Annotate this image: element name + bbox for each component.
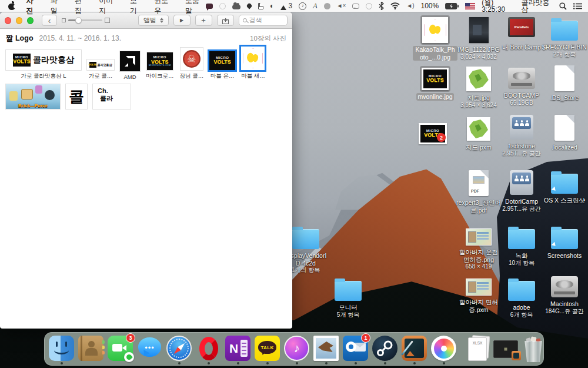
add-button[interactable]: + [195,15,212,26]
desktop-icon-1sdrstone[interactable]: 1sdrstone 2.95T...유 공간 [499,113,544,157]
desktop-icon-bootcamp-drive[interactable]: BOOTCAMP 65.19GB [499,66,544,107]
wifi-icon[interactable] [390,2,400,9]
photo-thumb-amd[interactable]: AMD [120,51,140,80]
dock-steam[interactable] [372,336,397,364]
photo-thumb-skull[interactable]: ☠ 장님 콜… [180,48,204,80]
notification-center-icon[interactable] [573,3,582,9]
photo-thumb-brickforce[interactable]: Brick—Force [6,84,60,109]
dock-contacts[interactable] [78,336,103,364]
dock-itunes[interactable]: ♪ [284,336,309,364]
desktop-icon-rexpert-pdf[interactable]: PDF rexpert3_장인어른.pdf [456,168,501,214]
contrast-icon[interactable]: ◐ [270,2,274,9]
alias-folder-icon [551,229,578,249]
dock-xlsx-documents[interactable]: XLSX [468,336,489,364]
photo-thumb-ch-cola[interactable]: Ch. 콜라 [93,84,131,109]
close-button[interactable] [5,17,11,24]
desktop-icon-osx-screenshot[interactable]: OS X 스크린샷 [542,168,587,204]
desktop-icon-dotoricamp[interactable]: DotoriCamp 2.95T...유 공간 [499,168,544,213]
dock-finder[interactable] [49,336,74,364]
menu-image[interactable]: 이미지 [99,0,119,16]
location-pin-icon[interactable] [247,4,252,8]
mute-speaker-icon[interactable]: ◄× [337,3,346,9]
folder-icon [335,281,362,301]
running-indicator [266,362,269,364]
spotlight-icon[interactable] [559,2,567,10]
desktop-icon-recycle-bin[interactable]: $RECYCLE.BIN 2개 항목 [542,15,587,58]
desktop-icon-nokhwa[interactable]: 녹화 10개 항목 [499,224,544,267]
menu-bar: 사진 파일 편집 이미지 보기 윈도우 도움말 ◐ 3 ♪ A ◄× ◄) 10… [0,0,588,12]
dock-trash[interactable] [522,336,544,364]
menu-edit[interactable]: 편집 [75,0,88,16]
dock-opera[interactable] [196,336,221,364]
apple-menu-icon[interactable] [8,2,16,10]
circle-outline-icon[interactable] [219,3,226,9]
menu-app-name[interactable]: 사진 [26,0,40,16]
dock-messages[interactable]: ••• [137,336,162,364]
network-drive-icon [510,170,533,195]
photo-thumb-cola-small[interactable]: VOLTS 콜라맛홍삼 가로 콜… [87,59,114,80]
photo-thumb-marble-new[interactable]: 마블 새… [241,47,265,80]
dock-minimized-window[interactable] [493,336,518,364]
menu-user[interactable]: 콜라맛홍삼 [522,0,553,13]
desktop-icon-macintosh[interactable]: Macintosh 184G...유 공간 [542,274,587,315]
menu-view[interactable]: 보기 [130,0,143,16]
zoom-button[interactable] [27,17,34,24]
minimize-button[interactable] [16,17,22,24]
desktop-icon-mv-badge[interactable]: MICROVOLTS 2 [410,121,455,146]
gray-circle-icon[interactable] [324,3,330,9]
photo-thumb-marble-online[interactable]: MICROVOLTS 마블 온… [209,51,235,80]
music-circle-icon[interactable]: ♪ [299,2,306,10]
kakaotalk-menu-icon[interactable] [206,4,213,9]
keyboard-flag-icon[interactable] [465,3,475,9]
desktop-icon-kakaotalk-photo[interactable]: KakaoTalk_Photo_...0.jpg [413,15,457,61]
time-machine-icon[interactable] [366,3,372,9]
album-dropdown[interactable]: 앨범 [138,15,169,26]
bluetooth-icon[interactable] [379,2,384,10]
input-switcher-icon[interactable]: 3 [280,2,292,10]
share-button[interactable] [217,15,234,26]
desktop-icon-boot-camp[interactable]: Parallels 내 Boot Camp [499,15,544,51]
desktop-icon-jido-jpg[interactable]: 지도.jpg 3,954 × 3,624 [456,65,501,109]
play-slideshow-button[interactable]: ▶ [173,15,191,26]
desktop-icon-monitor-folder[interactable]: 모니터 5개 항목 [326,276,370,319]
desktop-icon-localized[interactable]: .localized [542,113,587,151]
desktop-icon-ds-store[interactable]: .DS_Store [542,64,587,102]
dock-facetime[interactable]: 3 [108,336,133,364]
desktop-icon-mvonline[interactable]: MICROVOLTS mvonline.jpg [413,66,457,101]
back-button[interactable]: ‹ [42,15,56,26]
dock-mail[interactable] [313,336,339,364]
dock-safari[interactable] [166,336,192,364]
alfred-icon[interactable]: A [313,2,317,9]
desktop-icon-jido-pxm[interactable]: 지도.pxm [456,115,501,151]
menu-window[interactable]: 윈도우 [154,0,175,16]
dock-photos[interactable] [431,336,456,364]
document-status-icon[interactable] [258,3,263,9]
battery-icon[interactable] [445,3,459,9]
dock-outlook[interactable]: 1 [343,336,368,364]
desktop-icon-license-pxm[interactable]: 할아버지 면허증.pxm [456,277,501,313]
thumbnail-size-slider[interactable] [62,18,110,23]
menu-file[interactable]: 파일 [51,0,64,16]
photo-thumb-microvolts[interactable]: MICROVOLTSMICROVOLTS.COM 마이크로… [146,52,174,80]
chat-bubble-outline-icon[interactable] [352,4,359,9]
id-card-image-icon [466,228,492,246]
menu-help[interactable]: 도움말 [185,0,206,16]
cloud-icon[interactable] [232,3,240,9]
moment-title[interactable]: 짤 Logo [6,34,34,44]
desktop-icon-adobe[interactable]: adobe 6개 항목 [499,276,544,319]
volume-icon[interactable]: ◄) [406,3,414,9]
small-thumb-icon [62,18,66,22]
dock-onenote[interactable]: N [225,336,250,364]
menu-clock[interactable]: (월) 3:25:30 [482,0,514,13]
search-field[interactable]: 검색 [239,15,288,26]
desktop-icon-driver-license-png[interactable]: 할아버지 운전 면허증.png 658 × 419 [456,227,501,270]
dock-pixelmator[interactable] [402,336,427,364]
desktop-icon-img-1122[interactable]: IMG_1122.JPG 3,024 × 4,032 [456,15,501,61]
id-card-image-icon [466,279,492,296]
dock-kakaotalk[interactable]: TALK [255,336,280,364]
photo-thumb-cola-wide[interactable]: MICROVOLTS 콜라맛홍삼 가로 콜라맛홍삼 L [6,50,81,80]
desktop-icon-screenshots[interactable]: Screenshots [542,224,587,260]
slider-thumb[interactable] [75,17,82,24]
folder-icon [551,21,578,41]
photo-thumb-kol[interactable]: 콜 [66,84,87,109]
